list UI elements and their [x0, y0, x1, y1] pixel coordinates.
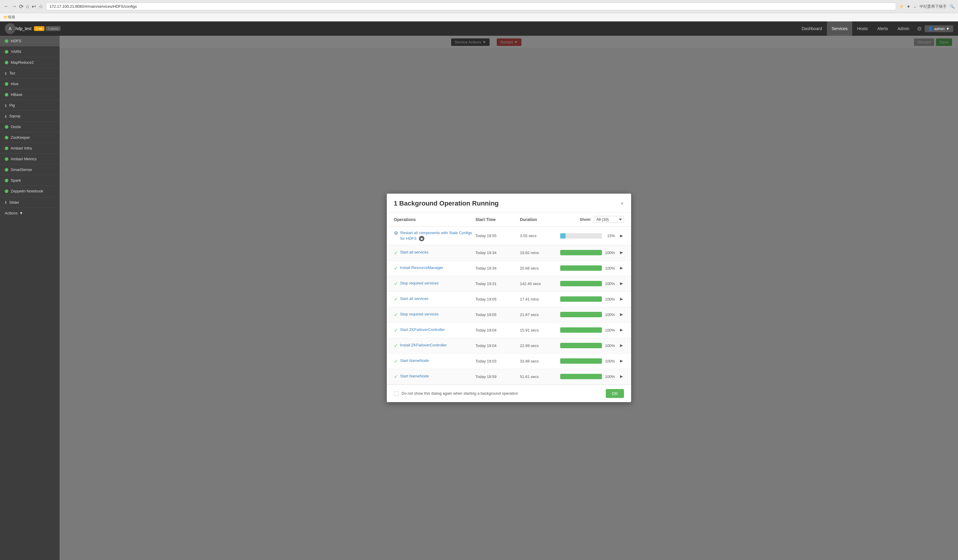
- back2-icon[interactable]: ↩: [32, 3, 36, 10]
- op-link-install-rm[interactable]: Install ResourceManager: [400, 265, 443, 271]
- star-icon[interactable]: ☆: [38, 3, 43, 10]
- op-arrow-10[interactable]: ►: [619, 374, 624, 379]
- sidebar-item-zeppelin[interactable]: Zeppelin Notebook: [0, 186, 60, 197]
- zeppelin-status-dot: [5, 190, 8, 193]
- sidebar-item-yarn[interactable]: YARN: [0, 46, 60, 57]
- op-duration-5: 17.41 mins: [520, 297, 557, 301]
- op-arrow-7[interactable]: ►: [619, 327, 624, 333]
- bookmark-label: 链接: [8, 14, 15, 20]
- sidebar-item-label-oozie: Oozie: [11, 125, 21, 129]
- op-progress-4: 100% ►: [557, 281, 624, 286]
- sidebar-item-label-slider: Slider: [9, 200, 19, 205]
- stop-icon[interactable]: ◉: [419, 236, 424, 241]
- sidebar-item-smartsense[interactable]: SmartSense: [0, 165, 60, 175]
- sidebar-item-hbase[interactable]: HBase: [0, 89, 60, 100]
- op-name-stop-req-2: ✓ Stop required services: [394, 312, 476, 318]
- progress-bar-wrap-5: [560, 296, 602, 302]
- op-start-4: Today 19:31: [475, 282, 520, 286]
- sidebar-item-spark[interactable]: Spark: [0, 175, 60, 186]
- show-select[interactable]: All (10) In Progress Failed Completed: [594, 216, 624, 223]
- op-arrow-1[interactable]: ►: [619, 233, 624, 239]
- op-name-install-rm: ✓ Install ResourceManager: [394, 265, 476, 271]
- op-start-7: Today 19:04: [475, 328, 520, 332]
- op-name-start-all-1: ✓ Start all services: [394, 250, 476, 256]
- browser-nav-icons: ← → ⟳ ⌂ ↩ ☆: [3, 3, 43, 10]
- ops-badge[interactable]: 1 op: [34, 26, 44, 31]
- op-link-start-all-1[interactable]: Start all services: [400, 250, 428, 255]
- op-link-stop-req-2[interactable]: Stop required services: [400, 312, 439, 317]
- op-link-start-zkfc[interactable]: Start ZKFailoverController: [400, 327, 445, 332]
- sidebar-item-tez[interactable]: ▮ Tez: [0, 68, 60, 79]
- table-row: ✓ Start ZKFailoverController Today 19:04…: [387, 323, 631, 338]
- address-bar[interactable]: [46, 3, 896, 10]
- sidebar-item-ambari-infra[interactable]: Ambari Infra: [0, 143, 60, 154]
- sidebar-item-label-hbase: HBase: [11, 92, 22, 97]
- bookmark-folder-icon: 📁: [3, 15, 8, 19]
- op-arrow-6[interactable]: ►: [619, 312, 624, 317]
- main-content: HDFS YARN MapReduce2 ▮ Tez Hive HBase ▮ …: [0, 36, 958, 560]
- sidebar-item-mapreduce2[interactable]: MapReduce2: [0, 57, 60, 68]
- op-arrow-2[interactable]: ►: [619, 250, 624, 255]
- sidebar-item-label-pig: Pig: [9, 103, 15, 108]
- col-start-time: Start Time: [475, 217, 520, 222]
- back-icon[interactable]: ←: [3, 3, 9, 9]
- op-link-restart-stale[interactable]: Restart all components with Stale Config…: [400, 231, 472, 240]
- nav-services[interactable]: Services: [827, 21, 853, 36]
- progress-bar-wrap-2: [560, 250, 602, 255]
- nav-hosts[interactable]: Hosts: [852, 21, 872, 36]
- op-duration-9: 33.88 secs: [520, 359, 557, 364]
- alerts-badge[interactable]: 0 alerts: [46, 26, 60, 31]
- sidebar-item-oozie[interactable]: Oozie: [0, 122, 60, 132]
- cluster-name: hdp_test: [16, 26, 32, 31]
- success-icon-9: ✓: [394, 358, 398, 364]
- sidebar-item-zookeeper[interactable]: ZooKeeper: [0, 132, 60, 143]
- table-row: ✓ Install ResourceManager Today 19:34 20…: [387, 261, 631, 276]
- progress-bar-fill-5: [560, 296, 602, 302]
- op-start-9: Today 19:03: [475, 359, 520, 364]
- sidebar-item-label-hive: Hive: [11, 82, 19, 86]
- ambari-infra-status-dot: [5, 147, 8, 150]
- grid-icon[interactable]: ⊙: [914, 25, 925, 32]
- sidebar-item-slider[interactable]: ▮ Slider: [0, 197, 60, 208]
- op-link-start-nn-1[interactable]: Start NameNode: [400, 358, 429, 364]
- modal-overlay: 1 Background Operation Running × Operati…: [60, 36, 958, 560]
- sidebar-item-sqoop[interactable]: ▮ Sqoop: [0, 111, 60, 122]
- progress-bar-fill-2: [560, 250, 602, 255]
- reload-icon[interactable]: ⟳: [19, 3, 24, 10]
- sidebar-item-label-tez: Tez: [9, 71, 15, 75]
- dont-show-checkbox[interactable]: [394, 391, 399, 396]
- sidebar-item-hdfs[interactable]: HDFS: [0, 36, 60, 46]
- op-arrow-5[interactable]: ►: [619, 296, 624, 302]
- home-icon[interactable]: ⌂: [26, 3, 29, 9]
- nav-admin[interactable]: Admin: [893, 21, 914, 36]
- op-arrow-3[interactable]: ►: [619, 266, 624, 271]
- dropdown-icon[interactable]: ⌄: [913, 4, 917, 9]
- op-link-install-zkfc[interactable]: Install ZKFailoverController: [400, 343, 447, 348]
- sidebar-item-hive[interactable]: Hive: [0, 79, 60, 89]
- nav-dashboard[interactable]: Dashboard: [797, 21, 827, 36]
- nav-alerts[interactable]: Alerts: [872, 21, 893, 36]
- admin-button[interactable]: 👤 admin ▼: [925, 25, 953, 32]
- op-arrow-8[interactable]: ►: [619, 343, 624, 348]
- progress-bar-wrap-3: [560, 266, 602, 271]
- search-icon[interactable]: 🔍: [950, 4, 955, 9]
- op-arrow-4[interactable]: ►: [619, 281, 624, 286]
- sidebar-item-pig[interactable]: ▮ Pig: [0, 100, 60, 111]
- sqoop-monitor-icon: ▮: [5, 114, 7, 118]
- modal-close-button[interactable]: ×: [620, 200, 624, 207]
- table-row: ✓ Stop required services Today 19:31 142…: [387, 276, 631, 292]
- op-link-start-nn-2[interactable]: Start NameNode: [400, 373, 429, 379]
- op-link-start-all-2[interactable]: Start all services: [400, 296, 428, 301]
- op-arrow-9[interactable]: ►: [619, 358, 624, 364]
- table-row: ⚙ Restart all components with Stale Conf…: [387, 227, 631, 245]
- sidebar-item-label-ambari-metrics: Ambari Metrics: [11, 157, 36, 161]
- ok-button[interactable]: OK: [606, 389, 624, 398]
- op-link-stop-req-1[interactable]: Stop required services: [400, 281, 439, 286]
- sidebar-actions[interactable]: Actions ▼: [0, 208, 60, 218]
- sidebar-item-ambari-metrics[interactable]: Ambari Metrics: [0, 154, 60, 165]
- op-progress-10: 100% ►: [557, 374, 624, 379]
- browser-bar: ← → ⟳ ⌂ ↩ ☆ ⚡ ★ ⌄ 中纪委再下狼手 🔍: [0, 0, 958, 13]
- star2-icon[interactable]: ★: [907, 4, 910, 9]
- forward-icon[interactable]: →: [11, 3, 17, 9]
- ambari-nav: A hdp_test 1 op 0 alerts Dashboard Servi…: [0, 21, 958, 36]
